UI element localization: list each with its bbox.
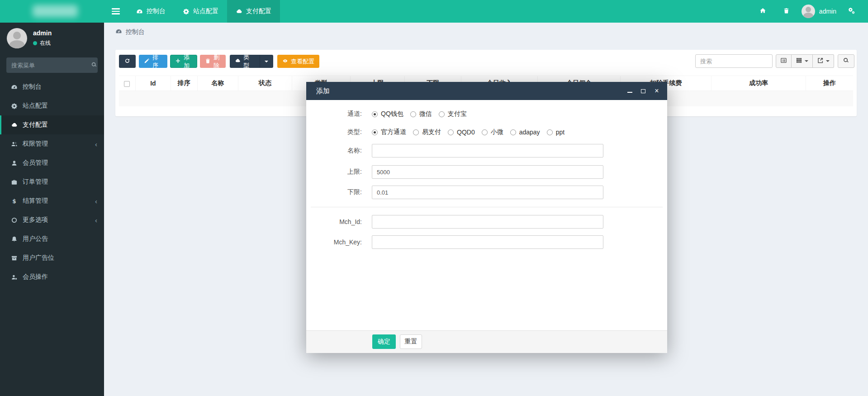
type-radio-group: 官方通道易支付QQD0小微adapayppt (372, 128, 571, 136)
dialog-titlebar[interactable]: 添加 × (306, 82, 667, 100)
sidebar-item-label: 订单管理 (23, 178, 92, 186)
chevron-down-icon (826, 60, 830, 62)
radio-icon (439, 111, 445, 117)
trash-icon (783, 7, 790, 15)
trash-icon (783, 7, 790, 14)
sidebar-search (6, 57, 98, 73)
sort-button[interactable]: 排序 (139, 55, 167, 68)
sidebar-item-3[interactable]: 支付配置 (0, 115, 104, 134)
list-icon (780, 57, 787, 64)
sidebar-item-label: 站点配置 (23, 102, 92, 110)
close-button[interactable]: × (654, 88, 660, 94)
type-radios-option-6[interactable]: ppt (547, 129, 564, 136)
mch-id-input[interactable] (372, 215, 603, 229)
channel-radios-option-1[interactable]: QQ钱包 (372, 110, 403, 118)
add-button[interactable]: 添加 (170, 55, 197, 68)
sidebar-toggle-button[interactable] (104, 0, 128, 23)
list-view-button[interactable] (776, 54, 792, 68)
navbar-right: admin (754, 0, 868, 23)
search-icon (843, 57, 849, 65)
home-button[interactable] (754, 0, 772, 23)
sidebar-item-5[interactable]: 会员管理 (0, 153, 104, 172)
delete-button[interactable]: 删除 (200, 55, 226, 68)
radio-icon (372, 129, 378, 135)
sidebar-item-9[interactable]: 用户公告 (0, 229, 104, 248)
pencil-icon (144, 58, 150, 64)
channel-radio-group: QQ钱包微信支付宝 (372, 110, 474, 118)
sidebar-item-1[interactable]: 控制台 (0, 77, 104, 96)
status-label: 在线 (40, 39, 51, 47)
reset-button[interactable]: 重置 (400, 334, 422, 349)
home-icon (759, 7, 766, 15)
radio-icon (448, 129, 454, 135)
circle-icon (11, 217, 18, 224)
logo-area[interactable] (0, 0, 104, 23)
channel-radios-option-2[interactable]: 微信 (410, 110, 432, 118)
column-header-12: 操作 (806, 76, 853, 91)
minimize-button[interactable] (626, 88, 633, 94)
maximize-button[interactable] (640, 88, 646, 94)
type-radios-option-3[interactable]: QQD0 (448, 129, 475, 136)
type-dropdown-button[interactable]: 类型 (230, 55, 273, 68)
mch-key-input[interactable] (372, 235, 603, 249)
home-icon (759, 7, 766, 14)
view-options-group (776, 54, 834, 68)
refresh-icon (124, 58, 130, 64)
list-icon (780, 57, 787, 65)
lower-limit-input[interactable] (372, 186, 603, 199)
table-search-input[interactable] (695, 54, 773, 68)
user-icon (11, 160, 18, 167)
channel-radios-option-3[interactable]: 支付宝 (439, 110, 467, 118)
tachometer-icon (136, 8, 143, 15)
refresh-button[interactable] (119, 55, 136, 68)
select-all-checkbox[interactable] (124, 81, 130, 87)
type-dropdown-caret[interactable] (260, 55, 268, 67)
radio-icon (482, 129, 488, 135)
radio-label: 易支付 (422, 128, 441, 136)
upper-limit-input[interactable] (372, 165, 603, 179)
column-header-2: 排序 (171, 76, 197, 91)
export-icon (817, 57, 824, 65)
nav-tab-3[interactable]: 支付配置 (227, 0, 280, 23)
view-config-button[interactable]: 查看配置 (277, 55, 319, 68)
sidebar-item-2[interactable]: 站点配置 (0, 96, 104, 115)
radio-icon (510, 129, 516, 135)
user-menu[interactable]: admin (802, 5, 836, 18)
close-icon: × (655, 87, 659, 95)
top-navbar: 控制台站点配置支付配置 admin (0, 0, 868, 23)
cloud-icon (11, 122, 18, 129)
sidebar-item-8[interactable]: 更多选项‹ (0, 210, 104, 229)
type-radios-option-2[interactable]: 易支付 (413, 128, 441, 136)
type-radios-option-1[interactable]: 官方通道 (372, 128, 406, 136)
mch-id-field-row: Mch_Id: (306, 215, 667, 229)
type-radios-option-5[interactable]: adapay (510, 129, 540, 136)
username-label: admin (819, 8, 836, 15)
sidebar: admin 在线 控制台站点配置支付配置权限管理‹会员管理订单管理$结算管理‹更… (0, 23, 104, 396)
sidebar-item-6[interactable]: 订单管理 (0, 172, 104, 191)
type-radios-option-4[interactable]: 小微 (482, 128, 503, 136)
chevron-left-icon: ‹ (95, 140, 97, 148)
trash-button[interactable] (778, 0, 795, 23)
name-input[interactable] (372, 144, 603, 157)
sidebar-search-input[interactable] (11, 62, 91, 69)
tachometer-icon (115, 28, 122, 35)
sidebar-item-7[interactable]: $结算管理‹ (0, 191, 104, 210)
export-button[interactable] (813, 54, 834, 68)
confirm-button[interactable]: 确定 (372, 334, 396, 349)
sidebar-item-4[interactable]: 权限管理‹ (0, 134, 104, 153)
sidebar-item-11[interactable]: 会员操作 (0, 267, 104, 286)
radio-label: 支付宝 (448, 110, 467, 118)
sidebar-item-10[interactable]: 用户广告位 (0, 248, 104, 267)
grid-icon (796, 57, 802, 65)
columns-button[interactable] (792, 54, 813, 68)
nav-tab-1[interactable]: 控制台 (128, 0, 174, 23)
sidebar-item-label: 会员操作 (23, 273, 92, 281)
gear-icon (11, 103, 18, 110)
avatar (802, 5, 815, 18)
chevron-down-icon (805, 60, 808, 62)
settings-button[interactable] (843, 0, 860, 23)
cloud-icon (236, 8, 242, 15)
nav-tab-2[interactable]: 站点配置 (174, 0, 227, 23)
breadcrumb: 控制台 (115, 28, 145, 36)
search-button[interactable] (838, 54, 854, 68)
